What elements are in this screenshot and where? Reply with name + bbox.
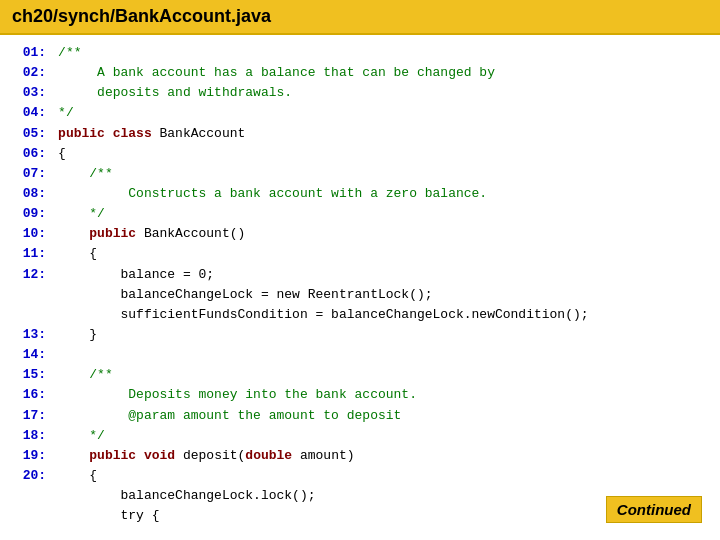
page-title: ch20/synch/BankAccount.java [12, 6, 708, 27]
code-line: { [54, 244, 720, 264]
table-row: 12: balance = 0; balanceChangeLock = new… [0, 265, 720, 325]
code-line: @param amount the amount to deposit [54, 406, 720, 426]
code-line: public void deposit(double amount) [54, 446, 720, 466]
code-line: } [54, 325, 720, 345]
code-line: Deposits money into the bank account. [54, 385, 720, 405]
table-row: 14: [0, 345, 720, 365]
code-line: */ [54, 426, 720, 446]
code-container: 01: /** 02: A bank account has a balance… [0, 35, 720, 535]
code-line: A bank account has a balance that can be… [54, 63, 720, 83]
line-num: 19: [0, 446, 54, 466]
line-num: 20: [0, 466, 54, 526]
table-row: 18: */ [0, 426, 720, 446]
table-row: 16: Deposits money into the bank account… [0, 385, 720, 405]
code-line: deposits and withdrawals. [54, 83, 720, 103]
code-table: 01: /** 02: A bank account has a balance… [0, 43, 720, 526]
line-num: 07: [0, 164, 54, 184]
table-row: 15: /** [0, 365, 720, 385]
line-num: 17: [0, 406, 54, 426]
code-line: balance = 0; balanceChangeLock = new Ree… [54, 265, 720, 325]
line-num: 11: [0, 244, 54, 264]
table-row: 05: public class BankAccount [0, 124, 720, 144]
table-row: 13: } [0, 325, 720, 345]
line-num: 10: [0, 224, 54, 244]
line-num: 15: [0, 365, 54, 385]
line-num: 04: [0, 103, 54, 123]
code-line: /** [54, 43, 720, 63]
line-num: 05: [0, 124, 54, 144]
line-num: 08: [0, 184, 54, 204]
table-row: 03: deposits and withdrawals. [0, 83, 720, 103]
table-row: 10: public BankAccount() [0, 224, 720, 244]
code-line: public BankAccount() [54, 224, 720, 244]
table-row: 08: Constructs a bank account with a zer… [0, 184, 720, 204]
line-num: 14: [0, 345, 54, 365]
title-bar: ch20/synch/BankAccount.java [0, 0, 720, 35]
code-line: */ [54, 103, 720, 123]
line-num: 03: [0, 83, 54, 103]
line-num: 16: [0, 385, 54, 405]
code-outer: 01: /** 02: A bank account has a balance… [0, 35, 720, 535]
table-row: 02: A bank account has a balance that ca… [0, 63, 720, 83]
continued-badge: Continued [606, 496, 702, 523]
line-num: 12: [0, 265, 54, 325]
table-row: 19: public void deposit(double amount) [0, 446, 720, 466]
code-line: /** [54, 365, 720, 385]
table-row: 04: */ [0, 103, 720, 123]
line-num: 02: [0, 63, 54, 83]
table-row: 06: { [0, 144, 720, 164]
table-row: 11: { [0, 244, 720, 264]
code-line: public class BankAccount [54, 124, 720, 144]
code-line: /** [54, 164, 720, 184]
line-num: 13: [0, 325, 54, 345]
code-line: { [54, 144, 720, 164]
line-num: 09: [0, 204, 54, 224]
code-line: Constructs a bank account with a zero ba… [54, 184, 720, 204]
code-line [54, 345, 720, 365]
line-num: 06: [0, 144, 54, 164]
line-num: 01: [0, 43, 54, 63]
table-row: 07: /** [0, 164, 720, 184]
line-num: 18: [0, 426, 54, 446]
table-row: 17: @param amount the amount to deposit [0, 406, 720, 426]
table-row: 01: /** [0, 43, 720, 63]
code-line: */ [54, 204, 720, 224]
table-row: 09: */ [0, 204, 720, 224]
